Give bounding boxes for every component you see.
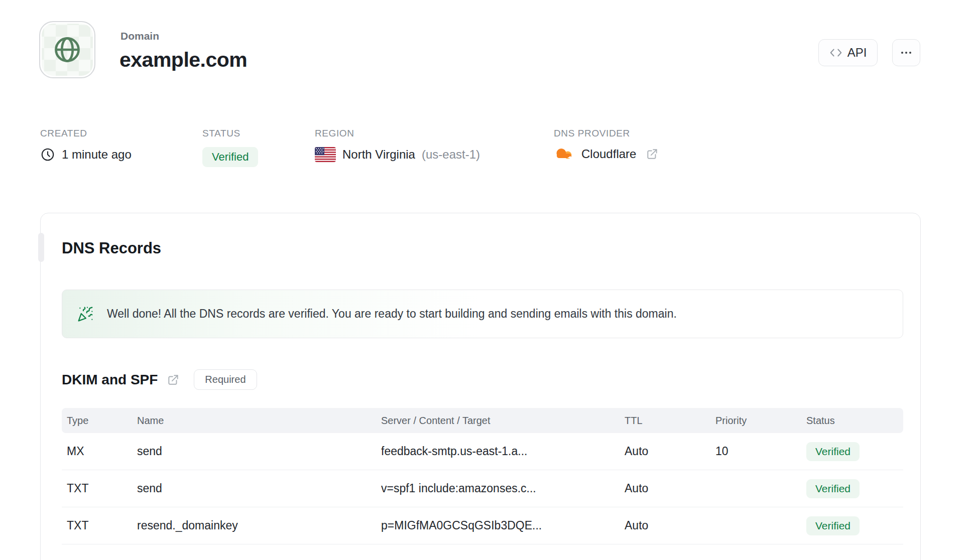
col-status: Status	[806, 415, 903, 427]
record-status-badge: Verified	[806, 516, 860, 535]
created-value: 1 minute ago	[62, 148, 132, 162]
col-ttl: TTL	[625, 415, 715, 427]
col-type: Type	[67, 415, 137, 427]
party-popper-icon	[77, 306, 93, 322]
record-type: MX	[67, 445, 137, 458]
dns-table-body: MX send feedback-smtp.us-east-1.a... Aut…	[62, 433, 903, 544]
api-button[interactable]: API	[818, 39, 878, 66]
status-badge: Verified	[202, 147, 258, 167]
table-row[interactable]: TXT send v=spf1 include:amazonses.c... A…	[62, 470, 903, 507]
dkim-spf-title: DKIM and SPF	[62, 372, 158, 388]
record-ttl: Auto	[625, 445, 715, 458]
verified-banner: Well done! All the DNS records are verif…	[62, 290, 903, 338]
page-title: example.com	[119, 48, 247, 72]
table-row[interactable]: MX send feedback-smtp.us-east-1.a... Aut…	[62, 433, 903, 470]
dns-records-title: DNS Records	[62, 239, 903, 257]
table-header-row: Type Name Server / Content / Target TTL …	[62, 408, 903, 433]
record-content: v=spf1 include:amazonses.c...	[381, 482, 625, 495]
meta-created: CREATED 1 minute ago	[40, 128, 132, 162]
created-label: CREATED	[40, 128, 132, 139]
dkim-spf-section-header: DKIM and SPF Required	[62, 369, 903, 390]
record-name: send	[137, 482, 381, 495]
globe-icon	[51, 33, 84, 66]
dns-provider-value: Cloudflare	[581, 147, 636, 161]
record-priority: 10	[715, 445, 806, 458]
cloudflare-icon	[554, 147, 575, 161]
table-row[interactable]: TXT resend._domainkey p=MIGfMA0GCSqGSIb3…	[62, 507, 903, 544]
record-ttl: Auto	[625, 519, 715, 532]
us-flag-icon	[315, 147, 336, 162]
more-options-button[interactable]	[892, 39, 920, 66]
required-badge: Required	[194, 369, 257, 390]
record-content: feedback-smtp.us-east-1.a...	[381, 445, 625, 458]
meta-region: REGION	[315, 128, 480, 162]
record-type: TXT	[67, 519, 137, 532]
region-label: REGION	[315, 128, 480, 139]
clock-icon	[40, 147, 55, 162]
external-link-icon[interactable]	[167, 373, 180, 386]
col-priority: Priority	[715, 415, 806, 427]
dns-records-card: DNS Records Well done! All the DNS recor…	[40, 213, 921, 560]
meta-status: STATUS Verified	[202, 128, 258, 167]
col-name: Name	[137, 415, 381, 427]
meta-dns-provider: DNS PROVIDER Cloudflare	[554, 128, 659, 161]
card-accent-tab	[38, 233, 44, 262]
region-code: (us-east-1)	[422, 148, 480, 162]
dns-records-table: Type Name Server / Content / Target TTL …	[62, 408, 903, 544]
verified-banner-text: Well done! All the DNS records are verif…	[107, 307, 677, 321]
record-content: p=MIGfMA0GCSqGSIb3DQE...	[381, 519, 625, 532]
record-name: resend._domainkey	[137, 519, 381, 532]
record-type: TXT	[67, 482, 137, 495]
code-icon	[829, 46, 842, 59]
domain-avatar	[39, 21, 95, 78]
record-status-badge: Verified	[806, 479, 860, 498]
dns-provider-label: DNS PROVIDER	[554, 128, 659, 139]
api-button-label: API	[847, 46, 867, 60]
ellipsis-icon	[900, 47, 912, 59]
record-status-badge: Verified	[806, 442, 860, 461]
page-kicker: Domain	[120, 30, 159, 42]
col-content: Server / Content / Target	[381, 415, 625, 427]
record-name: send	[137, 445, 381, 458]
region-name: North Virginia	[342, 148, 415, 162]
status-label: STATUS	[202, 128, 258, 139]
domain-detail-page: Domain example.com API CREATED 1 minute …	[0, 0, 976, 560]
record-ttl: Auto	[625, 482, 715, 495]
external-link-icon[interactable]	[646, 148, 659, 161]
